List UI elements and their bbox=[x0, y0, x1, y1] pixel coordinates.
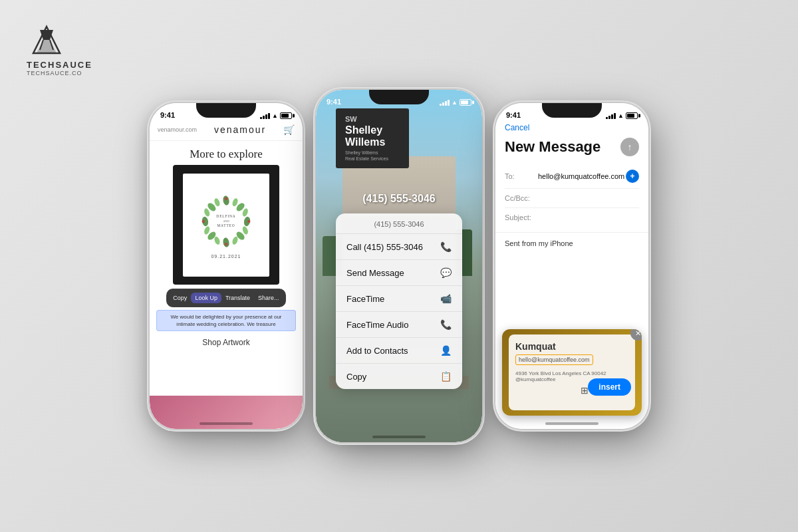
shop-artwork-link[interactable]: Shop Artwork bbox=[198, 334, 253, 351]
phone-1-home-indicator bbox=[200, 422, 253, 425]
sign-subtitle: Shelley WillemsReal Estate Services bbox=[345, 150, 400, 162]
svg-point-17 bbox=[231, 235, 239, 245]
phone-1-screen: 9:41 ▲ bbox=[150, 103, 303, 429]
phone-3-home-indicator bbox=[545, 422, 598, 425]
phone-number-display: (415) 555-3046 bbox=[316, 193, 482, 205]
cc-label: Cc/Bcc: bbox=[505, 194, 538, 202]
facetime-audio-icon: 📞 bbox=[440, 319, 452, 330]
battery-icon-3 bbox=[626, 112, 638, 119]
send-button[interactable]: ↑ bbox=[620, 138, 639, 156]
call-icon: 📞 bbox=[440, 241, 452, 252]
phones-container: 9:41 ▲ bbox=[0, 0, 798, 532]
svg-point-16 bbox=[213, 235, 221, 245]
phone-2: 9:41 ▲ bbox=[316, 90, 482, 442]
card-inner: Kumquat hello@kumquatcoffee.com 4936 Yor… bbox=[509, 334, 635, 410]
sent-from-text: Sent from my iPhone bbox=[505, 239, 573, 247]
popup-item-call[interactable]: Call (415) 555-3046 📞 bbox=[336, 234, 462, 260]
cc-field: Cc/Bcc: bbox=[505, 189, 639, 208]
card-email: hello@kumquatcoffee.com bbox=[515, 354, 628, 365]
phone-3-status-icons: ▲ bbox=[606, 112, 638, 119]
svg-point-24 bbox=[202, 219, 205, 223]
phone-1-notch bbox=[196, 103, 256, 118]
lookup-btn[interactable]: Look Up bbox=[191, 293, 221, 303]
svg-marker-2 bbox=[40, 30, 53, 40]
popup-header: (415) 555-3046 bbox=[336, 213, 462, 234]
wedding-card-inner: DELFINA AND MATTEO 09.21.2021 bbox=[183, 174, 269, 277]
copy-icon: 📋 bbox=[440, 371, 452, 382]
card-brand: Kumquat bbox=[515, 341, 628, 352]
share-btn[interactable]: Share... bbox=[254, 293, 283, 303]
cart-icon: 🛒 bbox=[283, 124, 295, 135]
phone-1-status-icons: ▲ bbox=[260, 112, 292, 119]
svg-point-23 bbox=[225, 242, 228, 245]
popup-copy-label: Copy bbox=[346, 372, 366, 382]
popup-facetime-audio-label: FaceTime Audio bbox=[346, 320, 408, 330]
card-email-value: hello@kumquatcoffee.com bbox=[519, 356, 590, 363]
facetime-icon: 📹 bbox=[440, 293, 452, 304]
signal-icon-2 bbox=[440, 99, 450, 106]
signal-icon bbox=[260, 112, 270, 119]
subject-input[interactable] bbox=[538, 213, 639, 221]
phone-2-status-icons: ▲ bbox=[440, 99, 471, 106]
sign-name: ShelleyWillems bbox=[345, 124, 400, 148]
logo-icon bbox=[27, 20, 66, 60]
svg-point-19 bbox=[241, 207, 249, 217]
popup-call-label: Call (415) 555-3046 bbox=[346, 242, 423, 252]
to-field: To: hello@kumquatcoffee.com + bbox=[505, 164, 639, 189]
phone-3-time: 9:41 bbox=[506, 111, 521, 119]
svg-point-6 bbox=[222, 195, 229, 205]
popup-item-copy[interactable]: Copy 📋 bbox=[336, 364, 462, 389]
signal-icon-3 bbox=[606, 112, 616, 119]
translate-btn[interactable]: Translate bbox=[221, 293, 254, 303]
svg-point-25 bbox=[247, 219, 251, 223]
phone-1-content: More to explore bbox=[150, 141, 303, 396]
phone-3-screen: 9:41 ▲ bbox=[495, 103, 648, 429]
svg-text:AND: AND bbox=[223, 219, 229, 222]
selected-text: We would be delighted by your presence a… bbox=[156, 310, 296, 331]
popup-item-facetime-audio[interactable]: FaceTime Audio 📞 bbox=[336, 312, 462, 338]
svg-point-15 bbox=[231, 198, 239, 207]
phone-2-screen: 9:41 ▲ bbox=[316, 90, 482, 442]
copy-btn[interactable]: Copy bbox=[169, 293, 191, 303]
svg-text:MATTEO: MATTEO bbox=[217, 223, 235, 227]
phone-2-home-indicator bbox=[372, 436, 426, 438]
wreath-svg: DELFINA AND MATTEO bbox=[196, 192, 256, 251]
svg-point-22 bbox=[225, 197, 228, 200]
email-highlight: hello@kumquatcoffee.com bbox=[515, 354, 593, 365]
url-bar: venamour.com bbox=[158, 126, 197, 133]
message-icon: 💬 bbox=[440, 267, 452, 278]
insert-button[interactable]: insert bbox=[588, 378, 631, 396]
popup-item-facetime[interactable]: FaceTime 📹 bbox=[336, 286, 462, 312]
popup-item-message[interactable]: Send Message 💬 bbox=[336, 260, 462, 286]
wifi-icon: ▲ bbox=[272, 112, 278, 119]
cc-input[interactable] bbox=[538, 194, 639, 202]
phone-3-notch bbox=[542, 103, 602, 118]
add-recipient-button[interactable]: + bbox=[626, 170, 639, 183]
business-card-scan: ✕ Kumquat hello@kumquatcoffee.com 4936 Y… bbox=[502, 329, 642, 416]
new-message-title: New Message bbox=[505, 138, 600, 156]
to-value: hello@kumquatcoffee.com bbox=[538, 172, 626, 180]
to-label: To: bbox=[505, 172, 538, 180]
logo-brand: TECHSAUCE bbox=[27, 60, 92, 70]
phone-3: 9:41 ▲ bbox=[495, 103, 648, 429]
sign-initials: SW bbox=[345, 115, 400, 123]
subject-field: Subject: bbox=[505, 208, 639, 227]
mail-header: Cancel New Message ↑ To: hello@kumquatco… bbox=[495, 103, 648, 233]
cancel-button[interactable]: Cancel bbox=[505, 123, 639, 132]
svg-point-7 bbox=[222, 237, 229, 247]
phone-1-inner: 9:41 ▲ bbox=[150, 103, 303, 429]
popup-item-add-contacts[interactable]: Add to Contacts 👤 bbox=[336, 338, 462, 364]
brand-name: venamour bbox=[197, 124, 283, 135]
wifi-icon-2: ▲ bbox=[452, 99, 458, 106]
svg-text:DELFINA: DELFINA bbox=[216, 213, 235, 217]
logo-sub: TECHSAUCE.CO bbox=[27, 70, 82, 76]
popup-facetime-label: FaceTime bbox=[346, 294, 384, 304]
wifi-icon-3: ▲ bbox=[618, 112, 624, 119]
phone-popup-menu: (415) 555-3046 Call (415) 555-3046 📞 Sen… bbox=[336, 213, 462, 389]
phone-1-time: 9:41 bbox=[160, 111, 175, 119]
context-menu-bar: Copy Look Up Translate Share... bbox=[166, 289, 285, 307]
svg-point-20 bbox=[203, 225, 211, 235]
wedding-date: 09.21.2021 bbox=[211, 254, 241, 259]
svg-point-21 bbox=[241, 225, 249, 235]
popup-message-label: Send Message bbox=[346, 268, 404, 278]
